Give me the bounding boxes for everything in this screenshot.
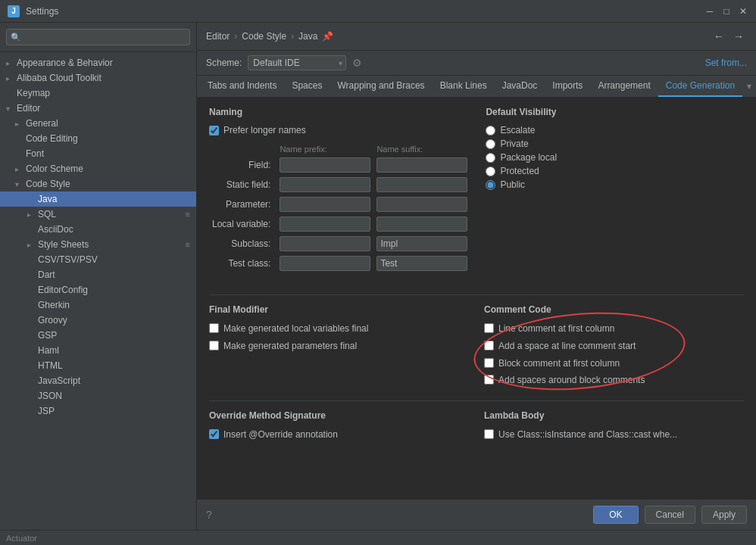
- window-controls: ─ □ ✕: [704, 6, 748, 17]
- escalate-radio[interactable]: [486, 126, 495, 135]
- visibility-title: Default Visibility: [486, 107, 744, 117]
- line-comment-first-checkbox[interactable]: [484, 323, 494, 333]
- row-label-param: Parameter:: [209, 195, 276, 214]
- insert-override-label: Insert @Override annotation: [223, 428, 338, 441]
- subclass-prefix-input[interactable]: [280, 236, 370, 251]
- sidebar-item-gherkin[interactable]: Gherkin: [0, 297, 196, 313]
- sidebar-item-jsp[interactable]: JSP: [0, 403, 196, 419]
- bottom-bar: ? OK Cancel Apply: [197, 499, 756, 530]
- sidebar-item-label: Appearance & Behavior: [17, 58, 190, 68]
- sidebar-item-code-style[interactable]: Code Style: [0, 176, 196, 192]
- sidebar-item-general[interactable]: General: [0, 116, 196, 131]
- sidebar-item-javascript[interactable]: JavaScript: [0, 373, 196, 388]
- sidebar-item-label: AsciiDoc: [38, 224, 190, 235]
- tab-arrangement[interactable]: Arrangement: [590, 76, 658, 97]
- tab-tabs-spaces[interactable]: Tabs and Indents: [200, 76, 284, 97]
- tab-code-generation[interactable]: Code Generation: [658, 76, 742, 97]
- local-suffix-input[interactable]: [376, 216, 467, 232]
- local-prefix-input[interactable]: [280, 216, 370, 232]
- tab-javadoc[interactable]: JavaDoc: [495, 76, 545, 97]
- apply-button[interactable]: Apply: [701, 506, 747, 524]
- tab-spaces[interactable]: Spaces: [284, 76, 330, 97]
- spaces-around-block-checkbox[interactable]: [484, 375, 494, 385]
- static-prefix-input[interactable]: [280, 177, 370, 192]
- sidebar-item-font[interactable]: Font: [0, 146, 196, 161]
- public-radio[interactable]: [486, 180, 495, 190]
- row-label-field: Field:: [209, 155, 276, 175]
- help-button[interactable]: ?: [206, 509, 212, 521]
- override-method-title: Override Method Signature: [209, 410, 469, 421]
- tab-imports[interactable]: Imports: [545, 76, 590, 97]
- sidebar-item-dart[interactable]: Dart: [0, 267, 196, 282]
- sidebar-item-editor[interactable]: Editor: [0, 101, 196, 116]
- space-line-comment-checkbox[interactable]: [484, 341, 494, 350]
- actuator-bar: Actuator: [0, 530, 756, 545]
- scheme-bar: Scheme: Default IDE ▾ ⚙ Set from...: [197, 51, 756, 76]
- private-radio[interactable]: [486, 139, 495, 149]
- back-button[interactable]: ←: [711, 29, 727, 44]
- radio-private: Private: [486, 139, 744, 149]
- forward-button[interactable]: →: [730, 29, 747, 44]
- tab-blank-lines[interactable]: Blank Lines: [433, 76, 495, 97]
- sidebar-item-html[interactable]: HTML: [0, 358, 196, 373]
- pin-button[interactable]: 📌: [322, 31, 333, 42]
- sidebar-item-style-sheets[interactable]: Style Sheets ≡: [0, 237, 196, 252]
- tree-arrow-icon: [6, 59, 17, 67]
- tab-more-icon[interactable]: ▾: [742, 78, 756, 95]
- sidebar-item-label: Code Style: [26, 179, 190, 189]
- param-prefix-input[interactable]: [280, 197, 370, 212]
- tab-wrapping[interactable]: Wrapping and Braces: [330, 76, 432, 97]
- field-suffix-input[interactable]: [376, 157, 467, 173]
- sidebar-item-json[interactable]: JSON: [0, 388, 196, 403]
- sidebar-item-gsp[interactable]: GSP: [0, 328, 196, 343]
- block-comment-first-checkbox[interactable]: [484, 358, 494, 368]
- sidebar-item-java[interactable]: Java: [0, 192, 196, 207]
- comment-code-section: Comment Code Line comment at first colum…: [484, 304, 744, 391]
- main-container: 🔍 Appearance & Behavior Alibaba Cloud To…: [0, 23, 756, 530]
- minimize-button[interactable]: ─: [704, 6, 715, 17]
- insert-override-checkbox[interactable]: [209, 429, 219, 439]
- static-suffix-input[interactable]: [376, 177, 467, 192]
- set-from-button[interactable]: Set from...: [705, 58, 747, 68]
- table-row: Parameter:: [209, 195, 470, 214]
- use-class-cast-checkbox[interactable]: [484, 429, 494, 439]
- subclass-suffix-input[interactable]: [376, 236, 467, 251]
- final-local-label: Make generated local variables final: [223, 322, 368, 335]
- sidebar-item-appearance[interactable]: Appearance & Behavior: [0, 55, 196, 70]
- field-prefix-input[interactable]: [280, 157, 370, 173]
- ok-button[interactable]: OK: [593, 506, 638, 524]
- prefer-longer-checkbox[interactable]: [209, 126, 219, 135]
- sidebar-item-csv[interactable]: CSV/TSV/PSV: [0, 252, 196, 267]
- prefer-longer-label: Prefer longer names: [223, 125, 306, 135]
- row-label-subclass: Subclass:: [209, 234, 276, 254]
- tree-arrow-icon: [15, 180, 26, 188]
- param-suffix-input[interactable]: [376, 197, 467, 212]
- sidebar-item-groovy[interactable]: Groovy: [0, 313, 196, 328]
- scheme-select[interactable]: Default IDE: [248, 55, 346, 70]
- final-local-checkbox[interactable]: [209, 323, 219, 333]
- lambda-body-title: Lambda Body: [484, 410, 744, 421]
- sidebar-item-code-editing[interactable]: Code Editing: [0, 131, 196, 146]
- search-input[interactable]: [6, 29, 190, 45]
- sidebar-item-keymap[interactable]: Keymap: [0, 86, 196, 101]
- maximize-button[interactable]: □: [721, 6, 732, 17]
- sidebar-item-label: Editor: [17, 103, 190, 114]
- final-params-checkbox[interactable]: [209, 341, 219, 350]
- default-visibility-section: Default Visibility Escalate Private Pack…: [486, 107, 744, 273]
- sidebar-item-alibaba[interactable]: Alibaba Cloud Toolkit: [0, 70, 196, 86]
- table-row: Static field:: [209, 175, 470, 195]
- sidebar-item-editorconfig[interactable]: EditorConfig: [0, 282, 196, 297]
- sidebar-item-asciidoc[interactable]: AsciiDoc: [0, 222, 196, 237]
- close-button[interactable]: ✕: [738, 6, 748, 17]
- content-wrapper: Editor › Code Style › Java 📌 ← → Scheme:…: [197, 23, 756, 530]
- test-prefix-input[interactable]: [280, 256, 370, 271]
- test-suffix-input[interactable]: [376, 256, 467, 271]
- sidebar-item-haml[interactable]: Haml: [0, 343, 196, 358]
- cancel-button[interactable]: Cancel: [645, 506, 695, 524]
- protected-radio[interactable]: [486, 167, 495, 176]
- gear-icon[interactable]: ⚙: [352, 57, 362, 69]
- search-box: 🔍: [0, 23, 196, 52]
- package-local-radio[interactable]: [486, 153, 495, 163]
- sidebar-item-sql[interactable]: SQL ≡: [0, 207, 196, 222]
- sidebar-item-color-scheme[interactable]: Color Scheme: [0, 161, 196, 176]
